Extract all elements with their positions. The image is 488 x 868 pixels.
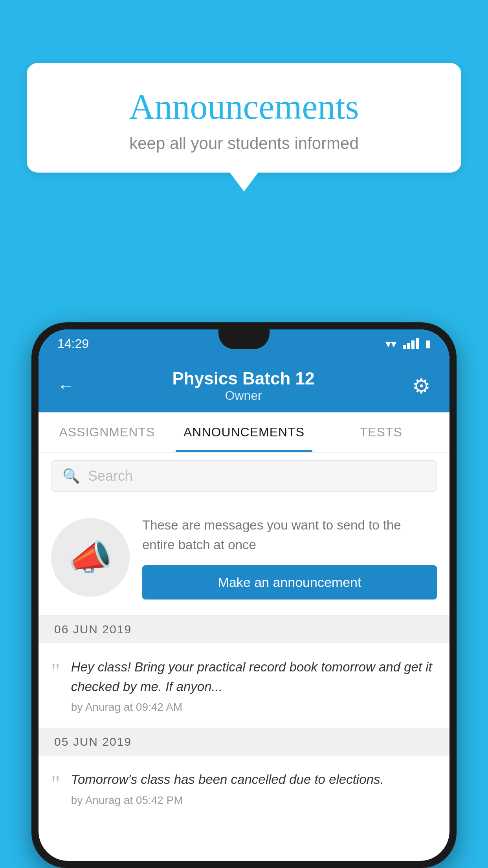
tab-assignments[interactable]: ASSIGNMENTS (39, 412, 176, 452)
speech-bubble-arrow (230, 173, 258, 191)
status-bar: 14:29 ▾▾ ▮ (39, 329, 449, 358)
tabs-bar: ASSIGNMENTS ANNOUNCEMENTS TESTS (39, 412, 449, 452)
search-section: 🔍 Search (39, 452, 449, 500)
back-button[interactable]: ← (57, 376, 75, 396)
battery-icon: ▮ (425, 338, 431, 350)
speech-bubble: Announcements keep all your students inf… (27, 63, 461, 173)
announcement-content-2: Tomorrow's class has been cancelled due … (71, 770, 437, 807)
speech-bubble-section: Announcements keep all your students inf… (27, 63, 461, 191)
status-time: 14:29 (57, 337, 89, 351)
megaphone-icon: 📣 (68, 537, 112, 578)
promo-right: These are messages you want to send to t… (142, 515, 437, 600)
tab-tests[interactable]: TESTS (312, 412, 449, 452)
promo-description: These are messages you want to send to t… (142, 515, 437, 554)
gear-icon[interactable]: ⚙ (412, 374, 431, 398)
announcement-meta-2: by Anurag at 05:42 PM (71, 794, 437, 807)
megaphone-circle: 📣 (51, 518, 130, 597)
announcement-item-1: " Hey class! Bring your practical record… (39, 643, 449, 728)
search-placeholder: Search (88, 468, 133, 484)
status-icons: ▾▾ ▮ (385, 337, 431, 350)
make-announcement-button[interactable]: Make an announcement (142, 565, 437, 600)
phone-outer-shell: 14:29 ▾▾ ▮ ← Physics Batch 12 (31, 322, 457, 868)
bubble-title: Announcements (58, 86, 430, 127)
header-center: Physics Batch 12 Owner (172, 369, 315, 403)
app-header: ← Physics Batch 12 Owner ⚙ (39, 358, 449, 412)
header-title: Physics Batch 12 (172, 369, 315, 388)
announcement-text-2: Tomorrow's class has been cancelled due … (71, 770, 437, 789)
date-header-2: 05 JUN 2019 (39, 728, 449, 756)
phone-notch (218, 329, 270, 349)
wifi-icon: ▾▾ (385, 337, 396, 350)
header-subtitle: Owner (172, 388, 315, 403)
announcement-meta-1: by Anurag at 09:42 AM (71, 701, 437, 714)
announcement-promo-section: 📣 These are messages you want to send to… (39, 500, 449, 616)
announcement-text-1: Hey class! Bring your practical record b… (71, 657, 437, 696)
bubble-subtitle: keep all your students informed (58, 134, 430, 153)
phone-mockup: 14:29 ▾▾ ▮ ← Physics Batch 12 (31, 322, 457, 868)
date-header-1: 06 JUN 2019 (39, 616, 449, 643)
phone-screen: 14:29 ▾▾ ▮ ← Physics Batch 12 (39, 329, 449, 861)
announcement-item-2: " Tomorrow's class has been cancelled du… (39, 756, 449, 821)
tab-announcements[interactable]: ANNOUNCEMENTS (176, 412, 313, 452)
search-icon: 🔍 (62, 468, 80, 484)
signal-bars-icon (403, 338, 419, 349)
quote-icon-1: " (51, 660, 60, 682)
search-bar[interactable]: 🔍 Search (51, 460, 437, 492)
announcement-content-1: Hey class! Bring your practical record b… (71, 657, 437, 714)
quote-icon-2: " (51, 773, 60, 795)
